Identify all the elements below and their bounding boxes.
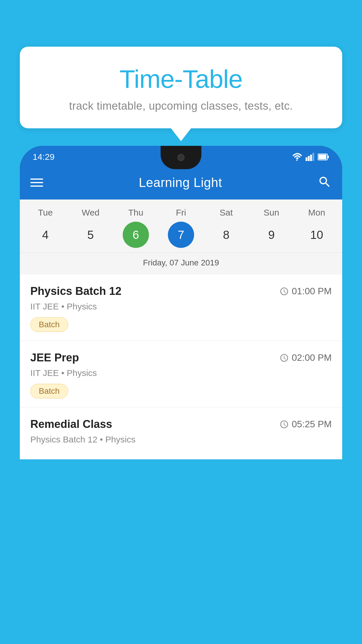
selected-date-label: Friday, 07 June 2019	[20, 253, 342, 274]
day-name-wed: Wed	[82, 208, 99, 218]
search-icon[interactable]	[318, 175, 332, 190]
battery-icon	[318, 153, 329, 160]
svg-rect-6	[319, 155, 326, 160]
day-name-sun: Sun	[264, 208, 279, 218]
clock-icon-1	[280, 287, 289, 296]
day-col-wed[interactable]: Wed 5	[72, 208, 110, 248]
item-time-text-2: 02:00 PM	[292, 352, 332, 363]
clock-icon-3	[280, 420, 289, 429]
svg-rect-1	[308, 156, 310, 161]
calendar-strip: Tue 4 Wed 5 Thu 6 Fri 7 Sat 8	[20, 200, 342, 274]
day-name-fri: Fri	[176, 208, 186, 218]
item-header-3: Remedial Class 05:25 PM	[30, 418, 332, 430]
item-title-3: Remedial Class	[30, 418, 112, 430]
day-name-sat: Sat	[220, 208, 233, 218]
bubble-title: Time-Table	[31, 64, 331, 94]
day-col-tue[interactable]: Tue 4	[27, 208, 64, 248]
day-num-7: 7	[168, 222, 194, 248]
day-num-5: 5	[78, 222, 104, 248]
item-time-1: 01:00 PM	[280, 286, 332, 297]
wifi-icon	[292, 153, 303, 161]
item-title-2: JEE Prep	[30, 351, 79, 364]
day-num-6: 6	[123, 222, 149, 248]
item-time-3: 05:25 PM	[280, 419, 332, 430]
batch-tag-2: Batch	[30, 384, 68, 398]
hamburger-menu-icon[interactable]	[30, 178, 43, 187]
phone-container: 14:29	[20, 146, 342, 644]
item-time-text-1: 01:00 PM	[292, 286, 332, 297]
day-col-thu[interactable]: Thu 6	[117, 208, 155, 248]
item-subtitle-3: Physics Batch 12 • Physics	[30, 435, 332, 444]
day-col-sun[interactable]: Sun 9	[252, 208, 290, 248]
day-num-4: 4	[32, 222, 59, 248]
app-title: Learning Light	[139, 175, 222, 190]
day-name-tue: Tue	[38, 208, 53, 218]
day-num-8: 8	[213, 222, 239, 248]
day-num-9: 9	[258, 222, 284, 248]
phone-mockup: 14:29	[20, 146, 342, 459]
signal-icon	[305, 153, 315, 161]
item-header-2: JEE Prep 02:00 PM	[30, 351, 332, 364]
speech-bubble-container: Time-Table track timetable, upcoming cla…	[20, 47, 342, 128]
status-icons	[292, 153, 329, 161]
schedule-item-1[interactable]: Physics Batch 12 01:00 PM IIT JEE • Phys…	[20, 274, 342, 341]
day-col-fri[interactable]: Fri 7	[162, 208, 200, 248]
app-bar: Learning Light	[20, 166, 342, 200]
schedule-item-2[interactable]: JEE Prep 02:00 PM IIT JEE • Physics Batc…	[20, 341, 342, 407]
batch-tag-1: Batch	[30, 317, 68, 332]
item-subtitle-1: IIT JEE • Physics	[30, 302, 332, 312]
speech-bubble: Time-Table track timetable, upcoming cla…	[20, 47, 342, 128]
svg-rect-0	[305, 158, 307, 161]
day-col-mon[interactable]: Mon 10	[298, 208, 335, 248]
schedule-list: Physics Batch 12 01:00 PM IIT JEE • Phys…	[20, 274, 342, 459]
days-row: Tue 4 Wed 5 Thu 6 Fri 7 Sat 8	[20, 208, 342, 248]
item-title-1: Physics Batch 12	[30, 285, 122, 298]
day-name-mon: Mon	[308, 208, 325, 218]
item-time-text-3: 05:25 PM	[292, 419, 332, 430]
item-time-2: 02:00 PM	[280, 352, 332, 363]
front-camera	[178, 154, 184, 161]
day-num-10: 10	[303, 222, 330, 248]
clock-icon-2	[280, 353, 289, 363]
item-header-1: Physics Batch 12 01:00 PM	[30, 285, 332, 298]
item-subtitle-2: IIT JEE • Physics	[30, 368, 332, 378]
status-time: 14:29	[33, 152, 55, 162]
bubble-subtitle: track timetable, upcoming classes, tests…	[31, 100, 331, 112]
svg-rect-3	[312, 153, 314, 161]
svg-rect-2	[310, 155, 312, 161]
schedule-item-3[interactable]: Remedial Class 05:25 PM Physics Batch 12…	[20, 407, 342, 459]
phone-notch	[161, 146, 201, 169]
day-name-thu: Thu	[128, 208, 143, 218]
svg-rect-5	[328, 156, 329, 158]
day-col-sat[interactable]: Sat 8	[207, 208, 245, 248]
